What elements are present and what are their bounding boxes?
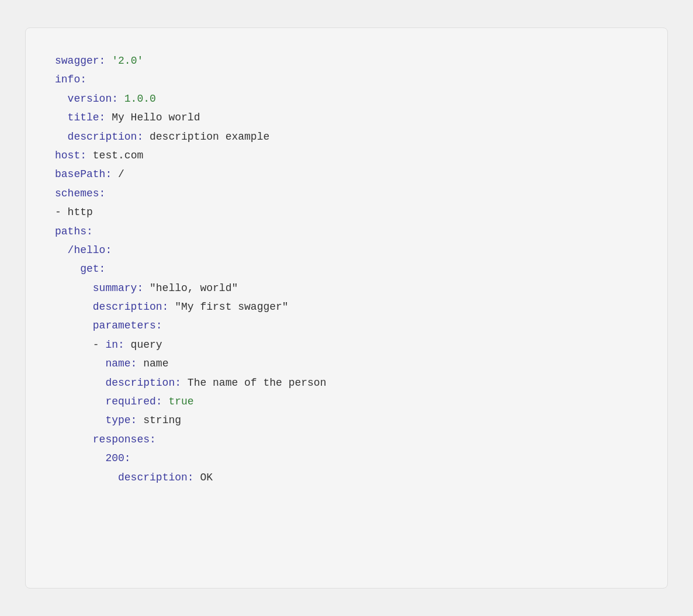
code-token: name	[137, 358, 168, 369]
code-token: '2.0'	[105, 55, 143, 67]
code-line: 200:	[105, 449, 638, 468]
code-line: required: true	[105, 392, 638, 411]
code-token: parameters:	[93, 320, 162, 331]
code-token: info:	[55, 74, 86, 85]
code-line: description: OK	[118, 468, 638, 487]
code-token: /	[112, 168, 124, 180]
code-line: /hello:	[68, 241, 638, 259]
code-token: description:	[105, 377, 181, 389]
code-token: in:	[105, 339, 124, 351]
code-token: host:	[55, 150, 86, 161]
code-token: "hello, world"	[143, 282, 238, 294]
code-token: 1.0.0	[118, 93, 156, 105]
code-token: type:	[105, 414, 137, 426]
code-token: get:	[80, 263, 105, 275]
code-token: string	[137, 414, 181, 426]
code-token: The name of the person	[181, 377, 326, 389]
code-line: host: test.com	[55, 146, 638, 165]
code-line: info:	[55, 70, 638, 89]
code-token: description example	[143, 131, 269, 143]
code-line: type: string	[105, 411, 638, 430]
code-token: version:	[68, 93, 118, 105]
code-line: description: The name of the person	[105, 373, 638, 392]
code-token: description:	[118, 472, 194, 483]
code-container: swagger: '2.0'info:version: 1.0.0title: …	[25, 27, 668, 589]
code-token: required:	[105, 396, 162, 407]
code-line: schemes:	[55, 184, 638, 203]
code-token: schemes:	[55, 188, 105, 199]
code-token: My Hello world	[105, 112, 200, 123]
code-line: summary: "hello, world"	[93, 279, 638, 297]
code-token: name:	[105, 358, 137, 369]
code-line: title: My Hello world	[68, 108, 638, 127]
code-token: query	[124, 339, 162, 351]
code-line: paths:	[55, 222, 638, 241]
code-token: paths:	[55, 226, 93, 237]
code-token: true	[162, 396, 194, 407]
code-token: 200:	[105, 452, 130, 464]
code-line: description: description example	[68, 127, 638, 146]
code-token: -	[93, 339, 106, 351]
code-token: basePath:	[55, 168, 112, 180]
code-line: - http	[55, 203, 638, 222]
code-line: - in: query	[93, 335, 638, 354]
code-line: responses:	[93, 430, 638, 449]
code-token: test.com	[86, 150, 143, 161]
code-token: description:	[68, 131, 144, 143]
code-block: swagger: '2.0'info:version: 1.0.0title: …	[55, 51, 638, 487]
code-token: description:	[93, 301, 169, 313]
code-line: parameters:	[93, 316, 638, 335]
code-line: get:	[80, 259, 638, 278]
code-token: "My first swagger"	[168, 301, 288, 313]
code-token: responses:	[93, 434, 156, 445]
code-line: swagger: '2.0'	[55, 51, 638, 70]
code-line: basePath: /	[55, 165, 638, 184]
code-token: - http	[55, 206, 93, 218]
code-token: summary:	[93, 282, 143, 294]
code-line: version: 1.0.0	[68, 89, 638, 108]
code-token: OK	[194, 472, 213, 483]
code-token: swagger:	[55, 55, 105, 67]
code-token: title:	[68, 112, 106, 123]
code-line: name: name	[105, 354, 638, 373]
code-token: /hello:	[68, 244, 112, 256]
code-line: description: "My first swagger"	[93, 297, 638, 316]
